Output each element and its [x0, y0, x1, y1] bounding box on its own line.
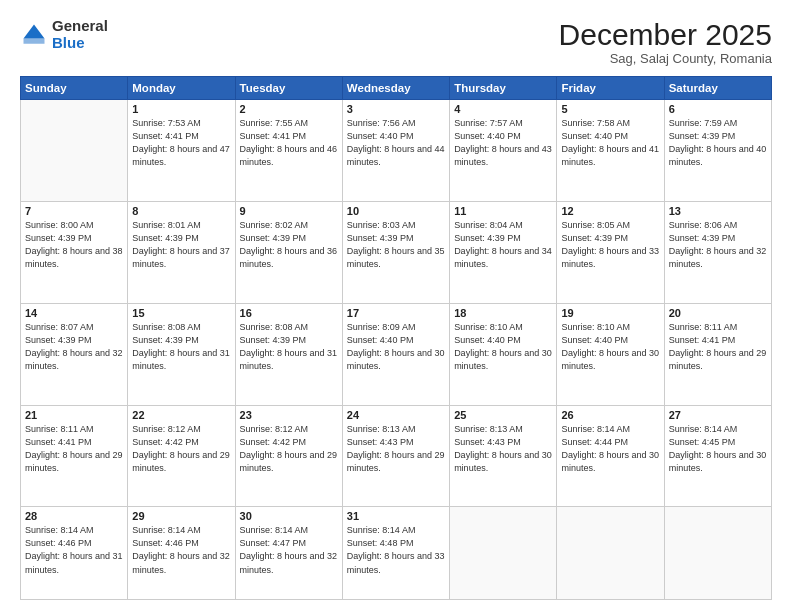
page: General Blue December 2025 Sag, Salaj Co… [0, 0, 792, 612]
header-tuesday: Tuesday [235, 77, 342, 100]
day-info: Sunrise: 8:10 AM Sunset: 4:40 PM Dayligh… [454, 321, 552, 373]
calendar-cell: 8Sunrise: 8:01 AM Sunset: 4:39 PM Daylig… [128, 201, 235, 303]
day-info: Sunrise: 8:01 AM Sunset: 4:39 PM Dayligh… [132, 219, 230, 271]
day-number: 27 [669, 409, 767, 421]
day-number: 12 [561, 205, 659, 217]
day-info: Sunrise: 8:08 AM Sunset: 4:39 PM Dayligh… [240, 321, 338, 373]
day-number: 9 [240, 205, 338, 217]
day-number: 16 [240, 307, 338, 319]
calendar-week-5: 28Sunrise: 8:14 AM Sunset: 4:46 PM Dayli… [21, 507, 772, 600]
day-number: 3 [347, 103, 445, 115]
day-number: 30 [240, 510, 338, 522]
calendar-week-4: 21Sunrise: 8:11 AM Sunset: 4:41 PM Dayli… [21, 405, 772, 507]
day-number: 24 [347, 409, 445, 421]
day-info: Sunrise: 8:13 AM Sunset: 4:43 PM Dayligh… [454, 423, 552, 475]
day-number: 25 [454, 409, 552, 421]
calendar-cell: 2Sunrise: 7:55 AM Sunset: 4:41 PM Daylig… [235, 100, 342, 202]
calendar-cell: 13Sunrise: 8:06 AM Sunset: 4:39 PM Dayli… [664, 201, 771, 303]
calendar-week-2: 7Sunrise: 8:00 AM Sunset: 4:39 PM Daylig… [21, 201, 772, 303]
svg-marker-0 [24, 24, 45, 38]
day-number: 6 [669, 103, 767, 115]
header-sunday: Sunday [21, 77, 128, 100]
day-info: Sunrise: 8:14 AM Sunset: 4:46 PM Dayligh… [25, 524, 123, 576]
logo: General Blue [20, 18, 108, 51]
calendar-header-row: Sunday Monday Tuesday Wednesday Thursday… [21, 77, 772, 100]
day-info: Sunrise: 8:13 AM Sunset: 4:43 PM Dayligh… [347, 423, 445, 475]
logo-blue: Blue [52, 34, 85, 51]
calendar-cell: 24Sunrise: 8:13 AM Sunset: 4:43 PM Dayli… [342, 405, 449, 507]
day-number: 2 [240, 103, 338, 115]
day-info: Sunrise: 8:14 AM Sunset: 4:46 PM Dayligh… [132, 524, 230, 576]
calendar-cell: 17Sunrise: 8:09 AM Sunset: 4:40 PM Dayli… [342, 303, 449, 405]
day-number: 15 [132, 307, 230, 319]
day-number: 29 [132, 510, 230, 522]
day-info: Sunrise: 8:02 AM Sunset: 4:39 PM Dayligh… [240, 219, 338, 271]
header-monday: Monday [128, 77, 235, 100]
day-info: Sunrise: 8:14 AM Sunset: 4:48 PM Dayligh… [347, 524, 445, 576]
day-info: Sunrise: 8:11 AM Sunset: 4:41 PM Dayligh… [25, 423, 123, 475]
calendar: Sunday Monday Tuesday Wednesday Thursday… [20, 76, 772, 600]
calendar-cell: 10Sunrise: 8:03 AM Sunset: 4:39 PM Dayli… [342, 201, 449, 303]
day-info: Sunrise: 7:57 AM Sunset: 4:40 PM Dayligh… [454, 117, 552, 169]
logo-general: General [52, 17, 108, 34]
day-number: 10 [347, 205, 445, 217]
calendar-cell: 26Sunrise: 8:14 AM Sunset: 4:44 PM Dayli… [557, 405, 664, 507]
day-info: Sunrise: 7:59 AM Sunset: 4:39 PM Dayligh… [669, 117, 767, 169]
day-number: 21 [25, 409, 123, 421]
day-number: 4 [454, 103, 552, 115]
day-info: Sunrise: 8:04 AM Sunset: 4:39 PM Dayligh… [454, 219, 552, 271]
day-number: 8 [132, 205, 230, 217]
calendar-cell: 14Sunrise: 8:07 AM Sunset: 4:39 PM Dayli… [21, 303, 128, 405]
day-info: Sunrise: 7:56 AM Sunset: 4:40 PM Dayligh… [347, 117, 445, 169]
day-info: Sunrise: 8:11 AM Sunset: 4:41 PM Dayligh… [669, 321, 767, 373]
day-number: 20 [669, 307, 767, 319]
calendar-cell [450, 507, 557, 600]
calendar-week-1: 1Sunrise: 7:53 AM Sunset: 4:41 PM Daylig… [21, 100, 772, 202]
calendar-cell: 21Sunrise: 8:11 AM Sunset: 4:41 PM Dayli… [21, 405, 128, 507]
calendar-cell: 19Sunrise: 8:10 AM Sunset: 4:40 PM Dayli… [557, 303, 664, 405]
header-wednesday: Wednesday [342, 77, 449, 100]
logo-icon [20, 21, 48, 49]
day-number: 5 [561, 103, 659, 115]
location-subtitle: Sag, Salaj County, Romania [559, 51, 772, 66]
day-info: Sunrise: 7:53 AM Sunset: 4:41 PM Dayligh… [132, 117, 230, 169]
calendar-cell: 7Sunrise: 8:00 AM Sunset: 4:39 PM Daylig… [21, 201, 128, 303]
day-number: 19 [561, 307, 659, 319]
day-number: 11 [454, 205, 552, 217]
calendar-cell: 18Sunrise: 8:10 AM Sunset: 4:40 PM Dayli… [450, 303, 557, 405]
day-number: 22 [132, 409, 230, 421]
header-thursday: Thursday [450, 77, 557, 100]
header-saturday: Saturday [664, 77, 771, 100]
day-info: Sunrise: 8:03 AM Sunset: 4:39 PM Dayligh… [347, 219, 445, 271]
title-section: December 2025 Sag, Salaj County, Romania [559, 18, 772, 66]
calendar-cell: 15Sunrise: 8:08 AM Sunset: 4:39 PM Dayli… [128, 303, 235, 405]
day-number: 14 [25, 307, 123, 319]
day-info: Sunrise: 8:14 AM Sunset: 4:44 PM Dayligh… [561, 423, 659, 475]
day-info: Sunrise: 8:12 AM Sunset: 4:42 PM Dayligh… [132, 423, 230, 475]
day-info: Sunrise: 8:05 AM Sunset: 4:39 PM Dayligh… [561, 219, 659, 271]
day-info: Sunrise: 8:14 AM Sunset: 4:47 PM Dayligh… [240, 524, 338, 576]
day-number: 31 [347, 510, 445, 522]
svg-rect-1 [24, 38, 45, 43]
day-info: Sunrise: 8:07 AM Sunset: 4:39 PM Dayligh… [25, 321, 123, 373]
calendar-cell: 31Sunrise: 8:14 AM Sunset: 4:48 PM Dayli… [342, 507, 449, 600]
day-number: 7 [25, 205, 123, 217]
month-title: December 2025 [559, 18, 772, 51]
calendar-cell: 9Sunrise: 8:02 AM Sunset: 4:39 PM Daylig… [235, 201, 342, 303]
calendar-cell: 12Sunrise: 8:05 AM Sunset: 4:39 PM Dayli… [557, 201, 664, 303]
day-number: 13 [669, 205, 767, 217]
calendar-cell [557, 507, 664, 600]
calendar-cell: 30Sunrise: 8:14 AM Sunset: 4:47 PM Dayli… [235, 507, 342, 600]
calendar-cell: 16Sunrise: 8:08 AM Sunset: 4:39 PM Dayli… [235, 303, 342, 405]
day-number: 1 [132, 103, 230, 115]
calendar-cell: 28Sunrise: 8:14 AM Sunset: 4:46 PM Dayli… [21, 507, 128, 600]
calendar-cell: 4Sunrise: 7:57 AM Sunset: 4:40 PM Daylig… [450, 100, 557, 202]
top-section: General Blue December 2025 Sag, Salaj Co… [20, 18, 772, 66]
calendar-cell [21, 100, 128, 202]
day-info: Sunrise: 8:08 AM Sunset: 4:39 PM Dayligh… [132, 321, 230, 373]
day-info: Sunrise: 8:06 AM Sunset: 4:39 PM Dayligh… [669, 219, 767, 271]
logo-text: General Blue [52, 18, 108, 51]
calendar-cell: 3Sunrise: 7:56 AM Sunset: 4:40 PM Daylig… [342, 100, 449, 202]
day-number: 26 [561, 409, 659, 421]
day-info: Sunrise: 8:12 AM Sunset: 4:42 PM Dayligh… [240, 423, 338, 475]
